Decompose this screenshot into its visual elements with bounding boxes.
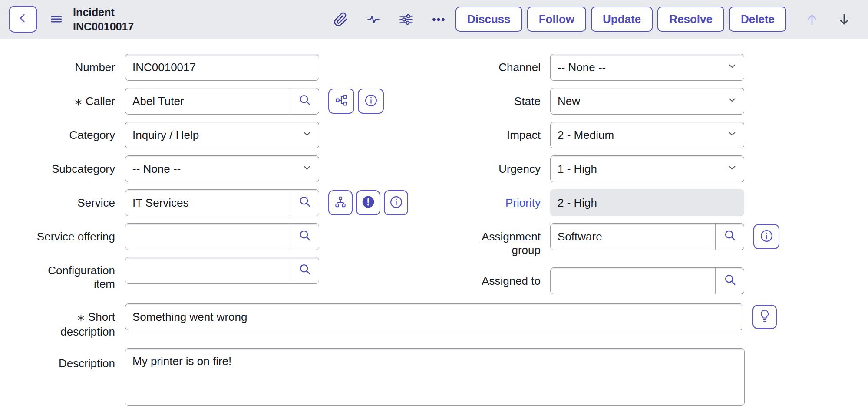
- field-row-priority: Priority 2 - High: [454, 189, 779, 216]
- caller-info-button[interactable]: [358, 89, 384, 114]
- incident-form-screen: Incident INC0010017 Discuss Follow: [0, 0, 868, 415]
- menu-button[interactable]: [47, 11, 66, 28]
- configuration-item-search-button[interactable]: [290, 257, 319, 283]
- delete-button[interactable]: Delete: [729, 7, 786, 32]
- info-icon: [364, 93, 378, 109]
- previous-record-button[interactable]: [802, 11, 822, 29]
- assigned-to-input[interactable]: [551, 268, 715, 294]
- service-tree-button[interactable]: [328, 190, 353, 215]
- more-options-button[interactable]: [429, 10, 449, 30]
- service-offering-search-button[interactable]: [290, 224, 319, 250]
- page-title-number: INC0010017: [73, 20, 134, 34]
- urgency-value: 1 - High: [551, 162, 726, 176]
- back-button[interactable]: [9, 6, 37, 33]
- suggestion-button[interactable]: [752, 305, 777, 329]
- search-icon: [723, 229, 736, 245]
- subcategory-value: -- None --: [125, 162, 301, 176]
- field-row-assigned-to: Assigned to: [454, 267, 779, 294]
- caller-label: Caller: [28, 88, 115, 109]
- chevron-down-icon: [301, 128, 313, 142]
- number-label: Number: [28, 54, 115, 74]
- service-label: Service: [28, 189, 115, 210]
- chevron-down-icon: [301, 162, 313, 176]
- caller-hierarchy-button[interactable]: [328, 89, 354, 114]
- field-row-assignment-group: Assignment group: [454, 223, 779, 257]
- state-select[interactable]: New: [550, 88, 744, 115]
- chevron-down-icon: [726, 162, 738, 176]
- service-input[interactable]: [125, 190, 290, 216]
- field-row-state: State New: [454, 88, 779, 115]
- alert-filled-icon: [361, 195, 375, 211]
- info-icon: [389, 195, 403, 211]
- priority-link[interactable]: Priority: [505, 196, 541, 209]
- field-row-caller: Caller: [28, 88, 408, 115]
- org-tree-icon: [334, 195, 347, 210]
- service-info-button[interactable]: [384, 190, 408, 215]
- assignment-group-label: Assignment group: [454, 223, 541, 257]
- state-label: State: [454, 88, 541, 108]
- assigned-to-label: Assigned to: [454, 267, 541, 288]
- resolve-button[interactable]: Resolve: [657, 7, 724, 32]
- header-action-buttons: Discuss Follow Update Resolve Delete: [455, 7, 786, 32]
- chevron-down-icon: [726, 60, 738, 75]
- service-offering-label: Service offering: [28, 223, 115, 244]
- caller-input[interactable]: [125, 88, 290, 114]
- required-icon: [74, 96, 83, 109]
- channel-label: Channel: [454, 54, 541, 74]
- category-label: Category: [28, 122, 115, 142]
- subcategory-select[interactable]: -- None --: [125, 155, 319, 182]
- pulse-icon: [365, 13, 382, 28]
- field-row-urgency: Urgency 1 - High: [454, 155, 779, 182]
- impact-value: 2 - Medium: [551, 128, 726, 142]
- activity-stream-button[interactable]: [363, 10, 383, 30]
- assignment-group-info-button[interactable]: [753, 224, 779, 249]
- urgency-select[interactable]: 1 - High: [550, 155, 744, 182]
- service-search-button[interactable]: [290, 190, 319, 216]
- arrow-down-icon: [837, 12, 851, 28]
- priority-readonly-field: 2 - High: [550, 189, 744, 216]
- assignment-group-field: [550, 223, 744, 250]
- urgency-label: Urgency: [454, 155, 541, 176]
- field-row-service-offering: Service offering: [28, 223, 408, 250]
- required-icon: [77, 312, 85, 325]
- next-record-button[interactable]: [835, 11, 854, 29]
- field-row-category: Category Inquiry / Help: [28, 122, 408, 148]
- field-row-service: Service: [28, 189, 408, 216]
- short-description-input[interactable]: [125, 304, 743, 330]
- update-button[interactable]: Update: [591, 7, 653, 32]
- description-label: Description: [28, 348, 115, 370]
- channel-select[interactable]: -- None --: [550, 54, 744, 81]
- description-textarea[interactable]: My printer is on fire!: [125, 348, 745, 406]
- form-column-right: Channel -- None -- State New Impact: [454, 54, 779, 301]
- attachment-button[interactable]: [331, 10, 351, 30]
- service-offering-input[interactable]: [125, 224, 290, 250]
- assigned-to-search-button[interactable]: [715, 268, 744, 294]
- arrow-up-icon: [805, 12, 819, 28]
- state-value: New: [551, 95, 726, 108]
- service-offering-field: [125, 223, 319, 250]
- personalize-form-button[interactable]: [396, 10, 416, 30]
- impact-select[interactable]: 2 - Medium: [550, 122, 744, 148]
- field-row-number: Number: [28, 54, 408, 81]
- subcategory-label: Subcategory: [28, 155, 115, 176]
- chevron-left-icon: [17, 12, 30, 26]
- configuration-item-input[interactable]: [125, 257, 290, 283]
- paperclip-icon: [333, 12, 348, 28]
- number-field: [125, 54, 319, 81]
- chevron-down-icon: [726, 128, 738, 142]
- assignment-group-search-button[interactable]: [715, 224, 744, 250]
- search-icon: [298, 263, 311, 279]
- number-input[interactable]: [125, 54, 319, 80]
- search-icon: [298, 93, 311, 109]
- hamburger-icon: [49, 12, 64, 27]
- field-row-configuration-item: Configuration item: [28, 257, 408, 291]
- caller-search-button[interactable]: [290, 88, 319, 114]
- priority-value: 2 - High: [558, 196, 597, 210]
- discuss-button[interactable]: Discuss: [455, 7, 522, 32]
- assignment-group-input[interactable]: [551, 224, 715, 250]
- category-select[interactable]: Inquiry / Help: [125, 122, 319, 148]
- ellipsis-icon: [431, 12, 446, 29]
- channel-value: -- None --: [551, 61, 726, 74]
- service-alert-button[interactable]: [356, 190, 380, 215]
- follow-button[interactable]: Follow: [527, 7, 586, 32]
